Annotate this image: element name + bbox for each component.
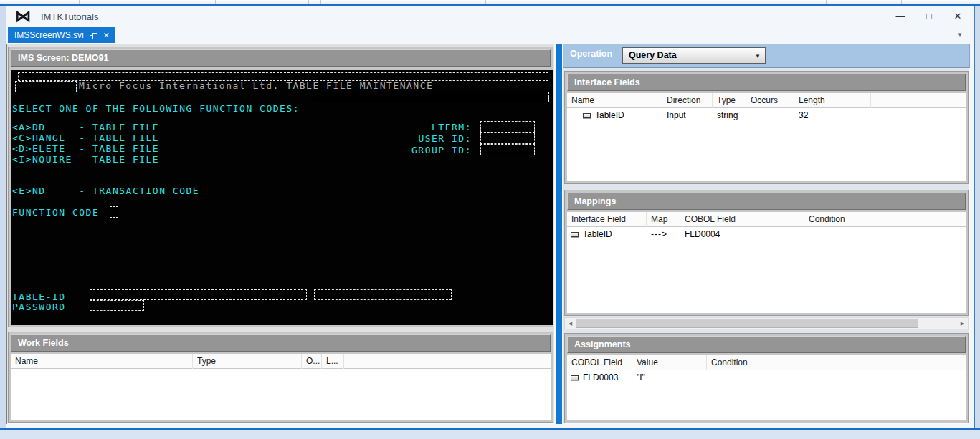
column-header-cobol-field[interactable]: COBOL Field: [680, 212, 804, 227]
assignments-section: Assignments COBOL Field Value Condition …: [564, 333, 969, 423]
work-fields-table: Name Type O... L...: [11, 354, 551, 420]
table-row[interactable]: TableID ---> FLD0004: [567, 227, 966, 242]
horizontal-scrollbar[interactable]: ◀ ▶: [564, 317, 969, 329]
tab-imsscreenws[interactable]: IMSScreenWS.svi ✕: [8, 27, 115, 43]
column-header-value[interactable]: Value: [632, 355, 707, 370]
cell-cobol-field: FLD0003: [583, 372, 618, 382]
mappings-section: Mappings Interface Field Map COBOL Field…: [564, 190, 969, 316]
background-divider: [485, 0, 486, 4]
tab-close-icon[interactable]: ✕: [103, 32, 110, 39]
cell-name: TableID: [595, 110, 624, 120]
column-header-length[interactable]: L...: [322, 354, 344, 369]
column-header-interface-field[interactable]: Interface Field: [567, 212, 647, 227]
tab-overflow-chevron-icon[interactable]: ▼: [957, 32, 963, 38]
mappings-table: Interface Field Map COBOL Field Conditio…: [567, 212, 966, 313]
terminal-select-line: SELECT ONE OF THE FOLLOWING FUNCTION COD…: [12, 104, 300, 114]
mappings-header: Mappings: [567, 193, 966, 210]
interface-fields-table: Name Direction Type Occurs Length TableI…: [567, 93, 966, 181]
scroll-right-arrow-icon[interactable]: ▶: [957, 318, 968, 329]
window-title: IMTKTutorials: [41, 11, 98, 22]
terminal-userid-label: USER ID:: [382, 134, 472, 144]
column-header-map[interactable]: Map: [647, 212, 680, 227]
cell-direction: Input: [667, 108, 686, 123]
background-divider: [901, 0, 902, 4]
terminal-field-box[interactable]: [15, 81, 77, 92]
operation-label: Operation: [570, 49, 612, 59]
column-header-type[interactable]: Type: [193, 354, 302, 369]
work-fields-header: Work Fields: [11, 334, 551, 352]
terminal-menu-line: <I>NQUIRE - TABLE FILE: [12, 155, 159, 165]
terminal-lterm-field-box[interactable]: [480, 121, 535, 132]
terminal-field-box[interactable]: [314, 289, 452, 300]
background-divider: [79, 0, 80, 4]
field-icon: [571, 375, 579, 380]
column-header-name[interactable]: Name: [567, 93, 662, 108]
column-header-direction[interactable]: Direction: [662, 93, 713, 108]
terminal-userid-field-box[interactable]: [480, 132, 535, 144]
terminal-tableid-field-box[interactable]: [90, 289, 307, 300]
column-header-cobol-field[interactable]: COBOL Field: [567, 355, 632, 370]
background-window-edge: [0, 0, 980, 6]
ims-screen-header: IMS Screen: DEMO91: [11, 49, 551, 67]
field-icon: [571, 232, 579, 237]
cell-cobol-field: FLD0004: [685, 227, 720, 242]
cell-interface-field: TableID: [583, 229, 612, 239]
terminal-function-code-label: FUNCTION CODE: [12, 208, 99, 218]
work-fields-section: Work Fields Name Type O... L...: [8, 332, 553, 423]
terminal-lterm-label: LTERM:: [382, 122, 472, 132]
interface-fields-header: Interface Fields: [567, 74, 966, 91]
cell-value: "I": [637, 370, 645, 385]
vertical-splitter[interactable]: [556, 44, 562, 424]
terminal-end-line: <E>ND - TRANSACTION CODE: [12, 186, 199, 196]
column-header-condition[interactable]: Condition: [707, 355, 781, 370]
assignments-table: COBOL Field Value Condition FLD0003 "I": [567, 355, 966, 420]
background-divider: [290, 0, 290, 4]
background-divider: [320, 0, 321, 4]
background-divider: [826, 0, 827, 4]
operation-pane: Operation Query Data ▼ Interface Fields …: [563, 44, 970, 424]
maximize-button[interactable]: □: [920, 9, 938, 24]
column-header-condition[interactable]: Condition: [804, 212, 926, 227]
pin-icon[interactable]: [90, 32, 97, 39]
terminal-groupid-field-box[interactable]: [480, 144, 535, 155]
table-row[interactable]: TableID Input string 32: [567, 108, 966, 123]
application-window: ⋈ IMTKTutorials — □ ✕ IMSScreenWS.svi ✕ …: [6, 6, 975, 428]
minimize-button[interactable]: —: [891, 9, 910, 24]
editor-area: IMS Screen: DEMO91 Micro Focus Internati…: [6, 43, 974, 428]
tab-label: IMSScreenWS.svi: [14, 30, 84, 40]
column-header-length[interactable]: Length: [794, 93, 871, 108]
column-header-name[interactable]: Name: [11, 354, 193, 369]
terminal-password-label: PASSWORD: [12, 302, 66, 312]
interface-fields-section: Interface Fields Name Direction Type Occ…: [564, 71, 969, 184]
ims-terminal-screen: Micro Focus International Ltd. TABLE FIL…: [11, 70, 553, 325]
column-header-type[interactable]: Type: [713, 93, 746, 108]
terminal-function-code-field-box[interactable]: [110, 206, 118, 218]
title-bar: ⋈ IMTKTutorials — □ ✕: [6, 6, 974, 27]
background-divider: [215, 0, 216, 4]
terminal-password-field-box[interactable]: [90, 300, 144, 311]
field-icon: [583, 113, 591, 118]
table-row[interactable]: FLD0003 "I": [567, 370, 966, 385]
chevron-down-icon[interactable]: ▼: [755, 53, 761, 59]
terminal-menu-line: <A>DD - TABLE FILE: [12, 122, 159, 132]
background-window-edge-bottom: [0, 428, 980, 439]
terminal-field-box[interactable]: [313, 92, 549, 102]
cell-length: 32: [799, 108, 808, 123]
terminal-groupid-label: GROUP ID:: [382, 145, 472, 155]
scroll-left-arrow-icon[interactable]: ◀: [565, 318, 576, 329]
ims-screen-section: IMS Screen: DEMO91 Micro Focus Internati…: [8, 47, 553, 327]
column-header-occurs[interactable]: O...: [302, 354, 322, 369]
mappings-column-headers: Interface Field Map COBOL Field Conditio…: [567, 212, 966, 227]
work-fields-column-headers: Name Type O... L...: [11, 354, 551, 369]
close-button[interactable]: ✕: [948, 9, 967, 24]
interface-fields-column-headers: Name Direction Type Occurs Length: [567, 93, 966, 108]
operation-dropdown[interactable]: Query Data ▼: [622, 47, 766, 64]
terminal-menu-line: <D>ELETE - TABLE FILE: [12, 144, 159, 154]
cell-type: string: [717, 108, 738, 123]
document-tab-strip: IMSScreenWS.svi ✕ ▼: [6, 27, 974, 43]
terminal-tableid-label: TABLE-ID: [12, 292, 66, 302]
assignments-column-headers: COBOL Field Value Condition: [567, 355, 966, 370]
column-header-occurs[interactable]: Occurs: [746, 93, 794, 108]
background-divider: [308, 0, 309, 4]
scrollbar-thumb[interactable]: [576, 319, 918, 328]
